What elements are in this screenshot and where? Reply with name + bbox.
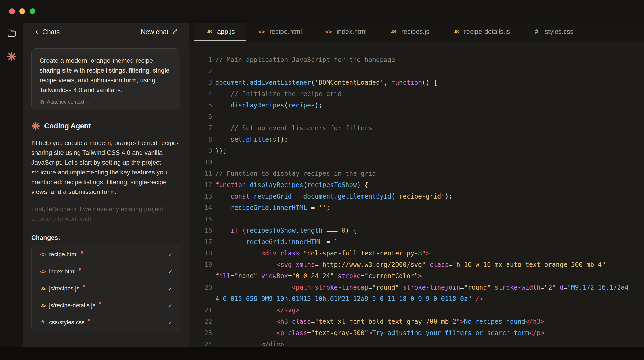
agent-name: Coding Agent bbox=[44, 122, 91, 130]
tab-recipe-html[interactable]: <>recipe.html bbox=[246, 22, 313, 41]
code-text: // Main application JavaScript for the h… bbox=[215, 54, 634, 66]
content-row: Chats New chat Create a modern, orange-t… bbox=[0, 22, 644, 347]
code-line-20[interactable]: 20 <path stroke-linecap="round" stroke-l… bbox=[198, 282, 644, 305]
new-chat-button[interactable]: New chat bbox=[141, 28, 178, 36]
tab-label: app.js bbox=[217, 28, 235, 35]
line-number: 11 bbox=[198, 168, 212, 179]
user-message-text: Create a modern, orange-themed recipe-sh… bbox=[39, 56, 172, 95]
code-text: // Function to display recipes in the gr… bbox=[215, 168, 634, 179]
line-number: 1 bbox=[198, 54, 212, 66]
app-window: Chats New chat Create a modern, orange-t… bbox=[0, 0, 644, 347]
code-text bbox=[215, 214, 634, 225]
code-text: <svg xmlns="http://www.w3.org/2000/svg" … bbox=[215, 259, 634, 282]
line-number: 21 bbox=[198, 305, 212, 316]
code-line-18[interactable]: 18 <div class="col-span-full text-center… bbox=[198, 248, 644, 259]
chat-scroll-area[interactable]: Create a modern, orange-themed recipe-sh… bbox=[23, 41, 189, 347]
code-line-8[interactable]: 8 setupFilters(); bbox=[198, 134, 644, 145]
line-number: 6 bbox=[198, 111, 212, 123]
tab-bar: JSapp.js<>recipe.html<>index.htmlJSrecip… bbox=[189, 22, 644, 41]
close-window-button[interactable] bbox=[9, 8, 15, 14]
code-line-24[interactable]: 24 </div> bbox=[198, 339, 644, 347]
line-number: 10 bbox=[198, 157, 212, 168]
change-row-index-html[interactable]: <>index.html✓ bbox=[32, 263, 180, 280]
code-line-7[interactable]: 7 // Set up event listeners for filters bbox=[198, 123, 644, 134]
code-text: recipeGrid.innerHTML = ` bbox=[215, 236, 634, 248]
line-number: 9 bbox=[198, 145, 212, 157]
html-file-icon: <> bbox=[324, 29, 333, 35]
code-line-12[interactable]: 12function displayRecipes(recipesToShow)… bbox=[198, 179, 644, 191]
code-line-16[interactable]: 16 if (recipesToShow.length === 0) { bbox=[198, 225, 644, 236]
line-number: 14 bbox=[198, 202, 212, 214]
tab-app-js[interactable]: JSapp.js bbox=[194, 22, 246, 41]
code-line-17[interactable]: 17 recipeGrid.innerHTML = ` bbox=[198, 236, 644, 248]
html-file-icon: <> bbox=[38, 251, 47, 258]
back-to-chats-button[interactable]: Chats bbox=[34, 28, 60, 36]
code-line-4[interactable]: 4 // Initialize the recipe grid bbox=[198, 88, 644, 100]
chat-header: Chats New chat bbox=[23, 22, 189, 41]
desktop-background bbox=[0, 347, 644, 360]
code-line-22[interactable]: 22 <h3 class="text-xl font-bold text-gra… bbox=[198, 316, 644, 327]
applied-check-icon: ✓ bbox=[168, 285, 173, 292]
code-line-21[interactable]: 21 </svg> bbox=[198, 305, 644, 316]
css-file-icon: # bbox=[532, 28, 541, 35]
code-line-11[interactable]: 11// Function to display recipes in the … bbox=[198, 168, 644, 179]
agent-button[interactable] bbox=[6, 51, 17, 62]
code-line-5[interactable]: 5 displayRecipes(recipes); bbox=[198, 100, 644, 111]
code-line-10[interactable]: 10 bbox=[198, 157, 644, 168]
line-number: 17 bbox=[198, 236, 212, 248]
line-number: 15 bbox=[198, 214, 212, 225]
file-name: recipe.html bbox=[49, 251, 78, 258]
line-number: 16 bbox=[198, 225, 212, 236]
tab-label: recipe.html bbox=[270, 28, 302, 35]
zoom-window-button[interactable] bbox=[30, 8, 35, 14]
code-line-6[interactable]: 6 bbox=[198, 111, 644, 123]
agent-header: Coding Agent bbox=[31, 122, 180, 130]
code-text: // Initialize the recipe grid bbox=[215, 88, 634, 100]
back-label: Chats bbox=[42, 28, 60, 36]
html-file-icon: <> bbox=[257, 29, 266, 35]
code-line-14[interactable]: 14 recipeGrid.innerHTML = ''; bbox=[198, 202, 644, 214]
code-text: document.addEventListener('DOMContentLoa… bbox=[215, 77, 634, 88]
attached-context-toggle[interactable]: Attached context bbox=[39, 99, 172, 105]
line-number: 18 bbox=[198, 248, 212, 259]
change-row-css-styles-css[interactable]: #css/styles.css✓ bbox=[32, 314, 180, 331]
tab-recipes-js[interactable]: JSrecipes.js bbox=[378, 22, 441, 41]
minimize-window-button[interactable] bbox=[19, 8, 25, 14]
code-line-1[interactable]: 1// Main application JavaScript for the … bbox=[198, 54, 644, 66]
file-name: css/styles.css bbox=[49, 319, 84, 326]
code-text: function displayRecipes(recipesToShow) { bbox=[215, 179, 634, 191]
js-file-icon: JS bbox=[452, 29, 461, 34]
js-file-icon: JS bbox=[389, 29, 398, 34]
code-line-3[interactable]: 3document.addEventListener('DOMContentLo… bbox=[198, 77, 644, 88]
icon-rail bbox=[0, 22, 23, 347]
code-line-2[interactable]: 2 bbox=[198, 66, 644, 77]
applied-check-icon: ✓ bbox=[168, 268, 173, 275]
code-line-15[interactable]: 15 bbox=[198, 214, 644, 225]
code-text: if (recipesToShow.length === 0) { bbox=[215, 225, 634, 236]
code-line-19[interactable]: 19 <svg xmlns="http://www.w3.org/2000/sv… bbox=[198, 259, 644, 282]
tab-label: recipe-details.js bbox=[464, 28, 510, 35]
applied-check-icon: ✓ bbox=[168, 251, 173, 258]
code-line-9[interactable]: 9}); bbox=[198, 145, 644, 157]
code-line-13[interactable]: 13 const recipeGrid = document.getElemen… bbox=[198, 191, 644, 202]
tab-recipe-details-js[interactable]: JSrecipe-details.js bbox=[441, 22, 521, 41]
editor-pane: JSapp.js<>recipe.html<>index.htmlJSrecip… bbox=[189, 22, 644, 347]
line-number: 13 bbox=[198, 191, 212, 202]
change-row-js-recipes-js[interactable]: JSjs/recipes.js✓ bbox=[32, 280, 180, 297]
code-text bbox=[215, 66, 634, 77]
applied-check-icon: ✓ bbox=[168, 302, 173, 309]
file-name: js/recipe-details.js bbox=[49, 302, 95, 309]
change-row-js-recipe-details-js[interactable]: JSjs/recipe-details.js✓ bbox=[32, 297, 180, 314]
code-text: <path stroke-linecap="round" stroke-line… bbox=[215, 282, 634, 305]
js-file-icon: JS bbox=[205, 29, 214, 34]
code-area[interactable]: 1// Main application JavaScript for the … bbox=[189, 41, 644, 347]
modified-dot-icon bbox=[81, 251, 83, 254]
tab-index-html[interactable]: <>index.html bbox=[313, 22, 378, 41]
code-line-23[interactable]: 23 <p class="text-gray-500">Try adjustin… bbox=[198, 327, 644, 339]
change-row-recipe-html[interactable]: <>recipe.html✓ bbox=[32, 246, 180, 263]
line-number: 4 bbox=[198, 88, 212, 100]
attach-context-icon bbox=[39, 100, 44, 105]
line-number: 8 bbox=[198, 134, 212, 145]
files-button[interactable] bbox=[6, 27, 17, 39]
tab-styles-css[interactable]: #styles.css bbox=[521, 22, 584, 41]
